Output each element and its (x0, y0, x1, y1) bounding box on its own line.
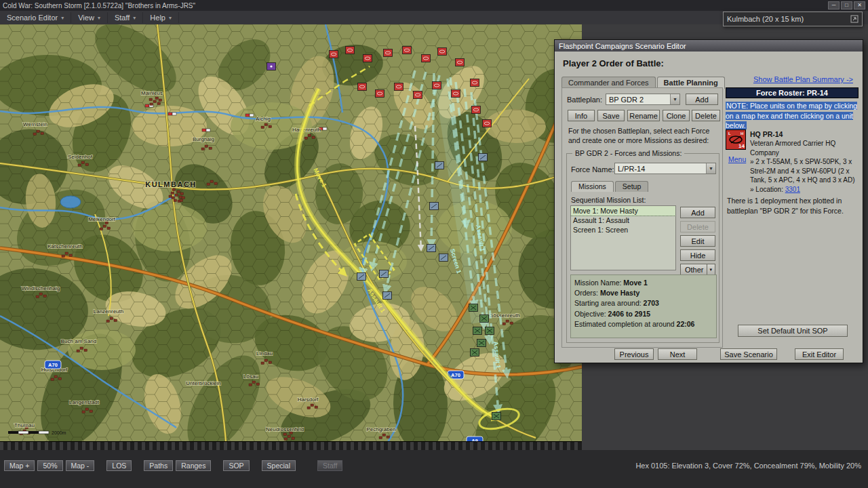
town-label: Wernstein (23, 121, 47, 127)
unit-counter[interactable] (433, 82, 441, 89)
mission-edit-button[interactable]: Edit (680, 235, 715, 247)
town-label: Harsdorf (298, 396, 319, 403)
unit-counter[interactable] (357, 273, 366, 281)
unit-counter[interactable] (380, 270, 389, 278)
menu-staff[interactable]: Staff▾ (108, 12, 143, 23)
mission-details: Mission Name: Move 1 Orders: Move Hasty … (570, 274, 717, 338)
sop-button[interactable]: SOP (223, 460, 249, 471)
unit-counter[interactable] (330, 51, 338, 58)
save-scenario-button[interactable]: Save Scenario (720, 348, 777, 360)
unit-counter[interactable] (363, 55, 372, 62)
unit-counter[interactable] (439, 254, 448, 262)
mission-list-item[interactable]: Screen 1: Screen (571, 225, 675, 235)
mission-add-button[interactable]: Add (680, 207, 715, 218)
battleplan-label: Battleplan: (567, 96, 602, 104)
battleplan-delete-button[interactable]: Delete (692, 110, 720, 121)
unit-counter[interactable] (427, 245, 436, 252)
unit-counter[interactable] (438, 48, 447, 56)
unit-counter[interactable] (471, 349, 479, 357)
map-viewport[interactable]: KULMBACHMainleusWernsteinBurghaigSeidenh… (0, 24, 582, 450)
exit-editor-button[interactable]: Exit Editor (795, 348, 844, 360)
unit-counter[interactable] (477, 340, 486, 347)
unit-counter[interactable] (358, 83, 367, 91)
mission-list-item[interactable]: Assault 1: Assault (571, 216, 675, 225)
map-name-badge[interactable]: Kulmbach (20 x 15 km) (723, 12, 863, 26)
mission-list-item[interactable]: Move 1: Move Hasty (571, 206, 675, 216)
unit-counter[interactable] (346, 47, 355, 54)
expand-icon[interactable] (850, 15, 859, 23)
chevron-down-icon[interactable]: ▾ (707, 264, 715, 274)
map-horizontal-scrollbar[interactable] (0, 441, 582, 450)
los-button[interactable]: LOS (106, 460, 132, 471)
unit-counter[interactable] (376, 90, 384, 98)
svg-text:L: L (728, 131, 731, 136)
unit-counter[interactable] (435, 162, 444, 169)
battleplan-save-button[interactable]: Save (597, 110, 625, 121)
unit-counter[interactable] (469, 304, 478, 312)
unit-counter[interactable] (430, 203, 439, 210)
menu-view[interactable]: View▾ (71, 12, 108, 23)
unit-counter[interactable] (267, 63, 276, 70)
unit-counter[interactable] (456, 59, 465, 66)
mission-hide-button[interactable]: Hide (680, 249, 715, 261)
mission-other-button[interactable]: Other ▾ (680, 264, 715, 275)
chevron-down-icon[interactable]: ▼ (670, 94, 679, 104)
tab-setup[interactable]: Setup (615, 181, 648, 192)
mission-listbox[interactable]: Move 1: Move HastyAssault 1: AssaultScre… (570, 205, 676, 270)
next-button[interactable]: Next (658, 348, 697, 360)
unit-counter[interactable] (403, 47, 412, 54)
close-button[interactable]: ✕ (854, 1, 865, 9)
menu-scenario-editor[interactable]: Scenario Editor▾ (0, 12, 71, 23)
chevron-down-icon: ▾ (61, 15, 64, 21)
battleplan-rename-button[interactable]: Rename (627, 110, 660, 121)
force-name-select[interactable]: L/PR-14 ▼ (614, 163, 716, 174)
map-zoom-in-button[interactable]: Map + (4, 460, 35, 471)
force-roster-title: Force Roster: PR-14 (726, 87, 859, 98)
unit-composition: » 2 x T-55AM, 5 x SPW-50PK, 3 x Strel-2M… (750, 157, 856, 185)
paths-button[interactable]: Paths (144, 460, 173, 471)
zoom-level-button[interactable]: 50% (37, 460, 62, 471)
unit-counter[interactable] (395, 83, 403, 91)
town-label: Buch am Sand (61, 338, 96, 344)
chevron-down-icon[interactable]: ▼ (706, 163, 715, 174)
unit-counter[interactable] (472, 106, 481, 114)
screen: Cold War: Southern Storm [2.1.0.5722a] "… (0, 0, 868, 488)
ranges-button[interactable]: Ranges (176, 460, 211, 471)
map-canvas[interactable]: KULMBACHMainleusWernsteinBurghaigSeidenh… (0, 24, 582, 450)
minimize-button[interactable]: ─ (828, 1, 840, 9)
window-titlebar: Cold War: Southern Storm [2.1.0.5722a] "… (0, 0, 868, 11)
battle-plan-summary-link[interactable]: Show Battle Plan Summary -> (753, 75, 853, 83)
unit-counter[interactable] (492, 413, 501, 420)
dialog-titlebar[interactable]: Flashpoint Campaigns Scenario Editor (555, 40, 863, 52)
menu-help[interactable]: Help▾ (143, 12, 179, 23)
unit-counter[interactable] (479, 154, 488, 161)
unit-counter-icon[interactable]: L H 14 (726, 129, 746, 150)
objective-value: 2406 to 2915 (608, 310, 650, 318)
unit-counter[interactable] (480, 315, 489, 323)
battleplan-clone-button[interactable]: Clone (663, 110, 690, 121)
unit-counter[interactable] (422, 55, 431, 62)
battleplan-info-button[interactable]: Info (568, 110, 595, 121)
unit-counter[interactable] (384, 49, 393, 57)
mission-list-label: Sequential Mission List: (571, 196, 646, 204)
unit-counter[interactable] (471, 79, 479, 87)
set-default-sop-button[interactable]: Set Default Unit SOP (738, 325, 848, 337)
previous-button[interactable]: Previous (614, 348, 654, 360)
tab-missions[interactable]: Missions (571, 181, 614, 192)
unit-counter[interactable] (414, 92, 422, 99)
unit-counter[interactable] (383, 292, 392, 300)
svg-text:A70: A70 (48, 362, 58, 368)
unit-counter[interactable] (483, 120, 492, 127)
unit-counter[interactable] (486, 327, 494, 335)
map-zoom-out-button[interactable]: Map - (66, 460, 95, 471)
unit-counter[interactable] (452, 90, 460, 98)
battleplan-value: BP GDR 2 (609, 96, 644, 104)
special-button[interactable]: Special (262, 460, 296, 471)
maximize-button[interactable]: □ (841, 1, 852, 9)
unit-menu-link[interactable]: Menu (728, 155, 746, 163)
unit-location-link[interactable]: 3301 (785, 186, 800, 193)
battleplan-add-button[interactable]: Add (686, 94, 718, 105)
battleplan-select[interactable]: BP GDR 2 ▼ (606, 94, 680, 105)
town-label: Mainleus (141, 90, 163, 96)
unit-counter[interactable] (473, 327, 482, 335)
